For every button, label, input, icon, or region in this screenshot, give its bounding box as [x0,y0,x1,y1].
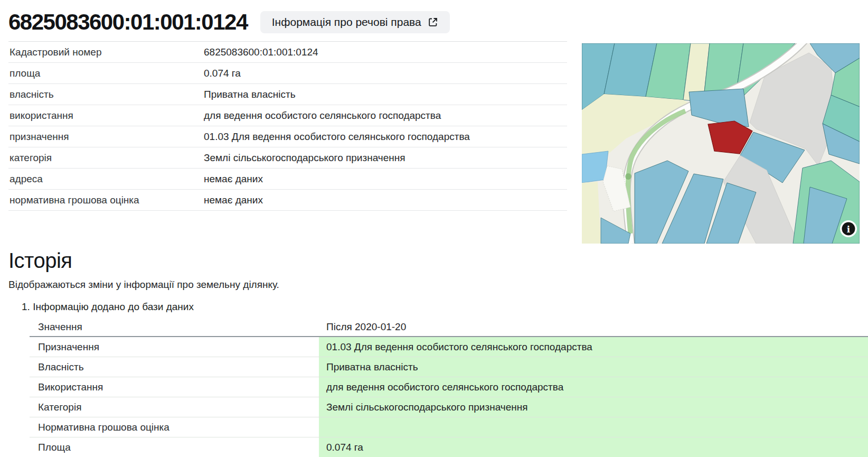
table-row: Нормативна грошова оцінка [30,417,868,437]
history-entry-index: 1. [22,301,30,313]
row-label: Категорія [30,397,319,417]
parcel-info-table: Кадастровий номер 6825083600:01:001:0124… [8,41,567,211]
row-label: призначення [8,131,204,143]
row-label: категорія [8,152,204,164]
table-row: власність Приватна власність [8,84,567,105]
header-label: Значення [30,318,319,336]
row-value: 6825083600:01:001:0124 [204,46,567,58]
row-label: Нормативна грошова оцінка [30,417,319,437]
table-row: площа 0.074 га [8,63,567,84]
history-list: 1. Інформацію додано до бази даних Значе… [8,301,860,457]
row-value: 01.03 Для ведення особистого селянського… [204,131,567,143]
table-row: використання для ведення особистого селя… [8,105,567,126]
table-row: нормативна грошова оцінка немає даних [8,190,567,211]
row-label: Використання [30,377,319,397]
history-description: Відображаються зміни у інформації про зе… [8,279,860,291]
row-label: Кадастровий номер [8,46,204,58]
rights-info-button-label: Інформація про речові права [272,16,421,29]
table-row: адреса немає даних [8,169,567,190]
row-value: для ведення особистого селянського госпо… [204,110,567,122]
history-entry: 1. Інформацію додано до бази даних Значе… [22,301,860,457]
table-row: Категорія Землі сільськогосподарського п… [30,397,868,417]
row-value: немає даних [204,194,567,206]
row-label: площа [8,68,204,79]
page-title: 6825083600:01:001:0124 [8,10,248,35]
row-value: немає даних [204,173,567,185]
row-label: використання [8,110,204,122]
page-header: 6825083600:01:001:0124 Інформація про ре… [8,0,860,41]
info-icon: i [847,224,851,235]
parcel-summary-section: Кадастровий номер 6825083600:01:001:0124… [8,41,860,244]
map-canvas[interactable]: i [582,43,860,244]
row-value: для ведення особистого селянського госпо… [319,377,868,397]
table-row: категорія Землі сільськогосподарського п… [8,147,567,169]
row-value: Приватна власність [319,357,868,377]
history-table-header: Значення Після 2020-01-20 [30,318,868,337]
map-attribution-button[interactable]: i [840,220,857,237]
row-value: Приватна власність [204,89,567,100]
table-row: Площа 0.074 га [30,437,868,457]
rights-info-button[interactable]: Інформація про речові права [260,11,450,33]
table-row: призначення 01.03 Для ведення особистого… [8,126,567,147]
history-entry-title: 1. Інформацію додано до бази даних [22,301,860,313]
history-entry-label: Інформацію додано до бази даних [33,301,194,312]
row-label: нормативна грошова оцінка [8,194,204,206]
row-label: Площа [30,437,319,457]
row-value: 01.03 Для ведення особистого селянського… [319,337,868,357]
row-label: власність [8,89,204,100]
row-value [319,417,868,437]
table-row: Власність Приватна власність [30,357,868,377]
history-table: Значення Після 2020-01-20 Призначення 01… [30,318,868,457]
row-value: Землі сільськогосподарського призначення [204,152,567,164]
row-value: 0.074 га [204,68,567,79]
row-value: Землі сільськогосподарського призначення [319,397,868,417]
map-field-strip [582,182,601,244]
table-row: Призначення 01.03 Для ведення особистого… [30,337,868,357]
history-heading: Історія [8,249,860,273]
header-value: Після 2020-01-20 [319,318,868,336]
row-value: 0.074 га [319,437,868,457]
table-row: Кадастровий номер 6825083600:01:001:0124 [8,42,567,63]
row-label: Призначення [30,337,319,357]
table-row: Використання для ведення особистого селя… [30,377,868,397]
external-link-icon [428,17,438,27]
row-label: Власність [30,357,319,377]
row-label: адреса [8,173,204,185]
tree-patch [625,173,631,180]
parcel-map[interactable]: i [582,43,860,244]
